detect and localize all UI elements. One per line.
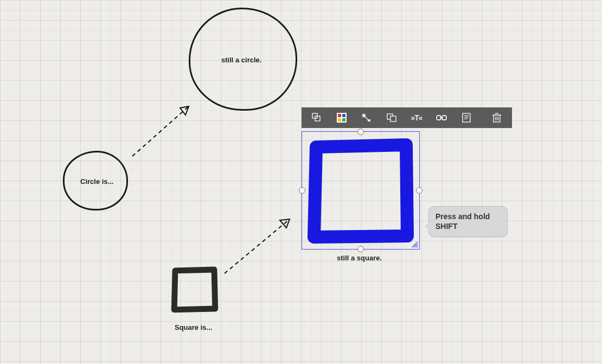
svg-rect-14: [390, 116, 396, 122]
svg-line-0: [132, 106, 189, 156]
shape-toolbar: »T«: [302, 107, 512, 128]
toolbar-link-button[interactable]: [430, 110, 453, 126]
resize-grip-icon[interactable]: [411, 240, 418, 248]
square-small-label: Square is...: [175, 323, 212, 331]
hint-tooltip: Press and hold SHIFT: [428, 206, 508, 237]
arrow-circle-to-circle: [128, 95, 204, 161]
svg-rect-18: [463, 113, 470, 122]
toolbar-shape-button[interactable]: [305, 110, 329, 126]
circle-small-label: Circle is...: [80, 177, 113, 186]
toolbar-group-button[interactable]: [380, 110, 404, 126]
svg-marker-1: [180, 106, 189, 115]
selection-box[interactable]: [302, 131, 420, 250]
selection-handle-left[interactable]: [299, 187, 305, 194]
toolbar-delete-button[interactable]: [485, 110, 509, 126]
selection-handle-right[interactable]: [416, 187, 422, 194]
toolbar-color-button[interactable]: [330, 110, 354, 126]
selection-handle-bottom[interactable]: [357, 246, 364, 252]
svg-line-2: [225, 219, 290, 273]
svg-rect-12: [368, 119, 370, 122]
svg-line-30: [417, 246, 418, 247]
diagram-canvas[interactable]: Circle is... still a circle. Square is..…: [0, 0, 602, 364]
toolbar-text-button[interactable]: »T«: [405, 110, 428, 126]
selection-handle-top[interactable]: [357, 129, 364, 135]
circle-big-label: still a circle.: [221, 56, 261, 64]
arrow-square-to-square: [220, 208, 307, 279]
svg-marker-3: [280, 219, 290, 228]
square-big-label: still a square.: [337, 254, 382, 262]
shape-square-big[interactable]: [306, 136, 415, 245]
shape-square-small[interactable]: [170, 265, 219, 314]
hint-tooltip-text: Press and hold SHIFT: [436, 212, 490, 231]
svg-rect-9: [338, 118, 341, 122]
toolbar-note-button[interactable]: [454, 110, 478, 126]
svg-rect-7: [338, 114, 341, 117]
toolbar-connect-button[interactable]: [355, 110, 379, 126]
svg-rect-10: [342, 118, 345, 122]
svg-rect-8: [342, 114, 345, 117]
